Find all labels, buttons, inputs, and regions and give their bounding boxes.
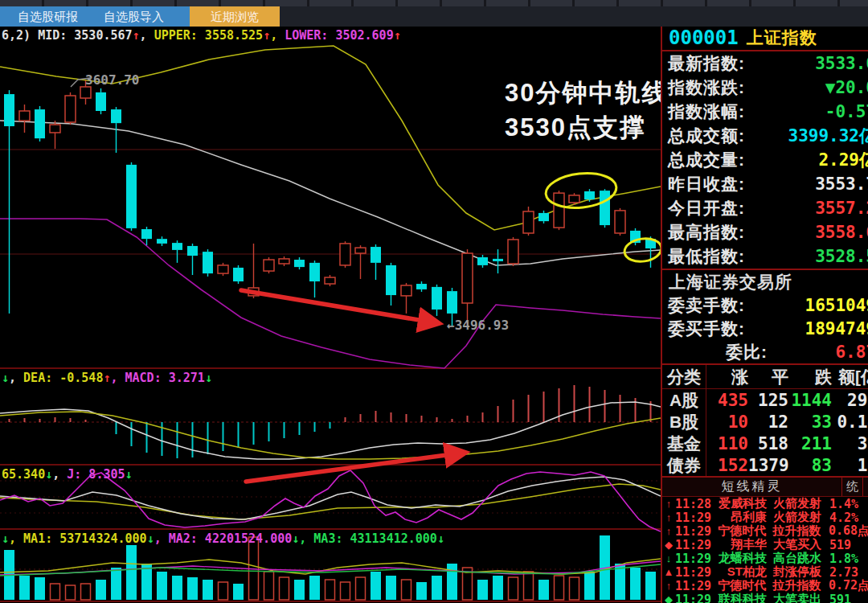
- cell-flat: 518: [748, 434, 788, 453]
- vol-segment-8: MA3: 43113412.000: [313, 531, 437, 546]
- quote-label: 今日开盘:: [668, 197, 745, 219]
- quote-value: 3557.2: [815, 199, 868, 218]
- annotation-line1: 30分钟中轨线: [505, 76, 668, 110]
- quote-row: 总成交额:3399.32亿: [662, 124, 868, 148]
- quote-value: -0.57: [825, 102, 868, 121]
- col-header-flat: 平: [748, 366, 788, 388]
- spirit-time: 11:29: [675, 511, 709, 525]
- spirit-time: 11:29: [675, 538, 709, 552]
- boll-segment-3: UPPER: 3558.525: [154, 28, 263, 43]
- kdj-segment-2: ,: [52, 467, 67, 482]
- kdj-segment-0: 65.340: [2, 467, 45, 482]
- quote-value: 3528.5: [815, 247, 868, 266]
- spirit-time: 11:28: [675, 497, 709, 511]
- boll-segment-6: LOWER: 3502.609: [285, 28, 393, 43]
- kdj-segment-3: J: 8.305: [67, 467, 125, 482]
- quote-row: 最高指数:3558.6: [662, 220, 868, 244]
- spirit-rows: ↑11:28爱威科技火箭发射1.4%↑11:29昂利康火箭发射4.2%↑11:2…: [662, 497, 868, 603]
- spirit-row[interactable]: ↑11:29昂利康火箭发射4.2%: [662, 511, 868, 524]
- col-header-amount: 额[亿: [832, 366, 868, 388]
- exchange-label: 委卖手数:: [668, 294, 745, 317]
- vol-segment-1: ,: [9, 531, 23, 546]
- spirit-direction-icon: ↑: [662, 498, 675, 510]
- table-rows: A股4351251144296B股1012330.14基金11051821131…: [662, 389, 868, 476]
- spirit-row[interactable]: ↑11:29宁德时代拉升指数0.72点: [662, 579, 868, 593]
- quote-label: 总成交量:: [668, 149, 745, 171]
- exchange-row: 委卖手数:1651049: [662, 293, 868, 317]
- high-price-label: 3607.70: [85, 72, 139, 88]
- kdj-label-row: 65.340↓, J: 8.305↓: [2, 467, 133, 482]
- spirit-value: 0.72点: [829, 578, 868, 593]
- cell-down: 1144: [788, 391, 832, 410]
- quote-value: 3399.32亿: [788, 125, 868, 147]
- cell-amount: 296: [832, 391, 868, 410]
- quote-rows: 最新指数:3533.6指数涨跌:▼20.0指数涨幅:-0.57总成交额:3399…: [662, 51, 868, 269]
- spirit-row[interactable]: ▲11:29ST柏龙封涨停板2.73: [662, 565, 868, 579]
- quote-value: 3533.6: [815, 54, 868, 73]
- quote-row: 总成交量:2.29亿: [662, 148, 868, 172]
- vol-segment-3: ↓: [147, 531, 154, 546]
- exchange-row: 委买手数:1894749: [662, 317, 868, 340]
- spirit-stock-name: 联科科技: [709, 592, 767, 603]
- quote-label: 最新指数:: [668, 52, 745, 75]
- table-row[interactable]: B股1012330.14: [662, 411, 868, 433]
- table-row[interactable]: 债券15213798310: [662, 454, 868, 476]
- spirit-row[interactable]: ◆11:29翔丰华大笔买入519: [662, 538, 868, 552]
- macd-segment-5: MACD: 3.271: [125, 371, 205, 385]
- spirit-direction-icon: ▲: [662, 566, 675, 578]
- tab-近期浏览[interactable]: 近期浏览: [190, 6, 280, 27]
- spirit-value: 591: [829, 593, 851, 603]
- trading-terminal: { "top_bar": { "tabs": [ {"label": "自选股研…: [0, 0, 868, 603]
- spirit-row[interactable]: ◆11:29联科科技大笔卖出591: [662, 593, 868, 603]
- spirit-direction-icon: ◆: [662, 593, 675, 603]
- spirit-value: 0.68点: [829, 523, 868, 539]
- cell-up: 152: [706, 456, 748, 475]
- tab-自选股研报[interactable]: 自选股研报: [5, 6, 91, 27]
- macd-segment-1: ,: [9, 371, 23, 385]
- spirit-time: 11:29: [675, 524, 709, 539]
- table-row[interactable]: 基金11051821131: [662, 433, 868, 454]
- tab-自选股导入[interactable]: 自选股导入: [91, 6, 177, 27]
- cell-category: B股: [662, 411, 706, 433]
- boll-segment-2: ,: [140, 28, 154, 43]
- macd-segment-6: ↓: [205, 371, 212, 385]
- spirit-stats-button[interactable]: 统: [841, 478, 863, 496]
- spirit-row[interactable]: ↑11:29宁德时代拉升指数0.68点: [662, 524, 868, 538]
- spirit-header-sliver: [863, 478, 868, 496]
- spirit-time: 11:29: [675, 565, 709, 580]
- spirit-row[interactable]: ↑11:28爱威科技火箭发射1.4%: [662, 497, 868, 511]
- boll-segment-0: 6,2) MID: 3530.567: [2, 28, 133, 43]
- quote-row: 最新指数:3533.6: [662, 51, 868, 76]
- macd-segment-4: ,: [110, 371, 125, 385]
- exchange-label: 委比:: [668, 341, 768, 363]
- cell-category: 债券: [662, 454, 706, 476]
- quote-value: 3553.7: [815, 174, 868, 194]
- boll-segment-1: ↑: [133, 28, 140, 43]
- vol-segment-6: ↓: [292, 531, 299, 546]
- cell-flat: 12: [748, 412, 788, 432]
- macd-segment-2: DEA: -0.548: [23, 371, 103, 385]
- low-price-label: ←3496.93: [447, 318, 509, 333]
- exchange-value: 1651049: [805, 296, 868, 315]
- spirit-row[interactable]: ↓11:29龙蟠科技高台跳水1.8%: [662, 552, 868, 565]
- table-header: 分类涨平跌额[亿: [662, 365, 868, 389]
- kdj-segment-1: ↓: [45, 467, 52, 482]
- quote-row: 昨日收盘:3553.7: [662, 172, 868, 196]
- tab-group: 自选股研报自选股导入: [0, 6, 190, 27]
- quote-label: 最高指数:: [668, 221, 745, 244]
- boll-segment-4: ↑: [263, 28, 270, 43]
- symbol-title: 000001 上证指数: [662, 25, 868, 51]
- tab-bar: 自选股研报自选股导入 近期浏览: [0, 6, 868, 27]
- annotation-line2: 3530点支撑: [505, 110, 668, 145]
- spirit-time: 11:29: [675, 579, 709, 593]
- quote-label: 昨日收盘:: [668, 173, 745, 195]
- quote-value: 3558.6: [815, 223, 868, 242]
- vol-segment-9: ↓: [437, 531, 444, 546]
- quote-label: 指数涨幅:: [668, 100, 745, 123]
- spirit-direction-icon: ◆: [662, 539, 675, 551]
- exchange-value: 1894749: [805, 319, 868, 338]
- kdj-segment-4: ↓: [125, 467, 133, 482]
- cell-amount: 0.14: [832, 412, 868, 432]
- table-row[interactable]: A股4351251144296: [662, 389, 868, 411]
- exchange-value: 6.87: [835, 343, 868, 362]
